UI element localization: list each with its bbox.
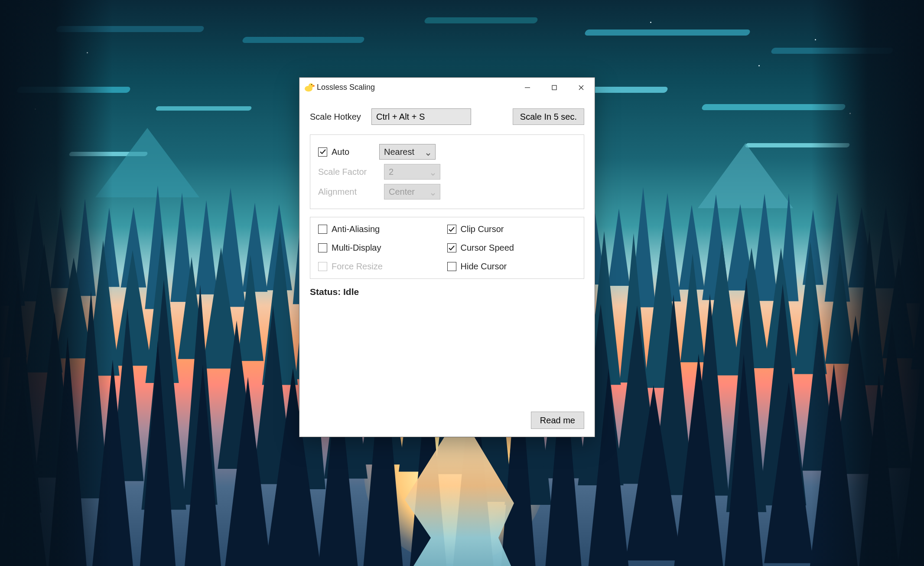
hide-cursor-checkbox[interactable] (447, 262, 456, 271)
vignette-left (0, 0, 113, 566)
hide-cursor-label: Hide Cursor (461, 262, 507, 272)
desktop-wallpaper: Lossless Scaling Scale Hotkey Scale In 5… (0, 0, 924, 566)
multi-display-label: Multi-Display (332, 243, 381, 253)
scale-hotkey-input[interactable] (371, 108, 471, 125)
scale-factor-select: 2 (384, 164, 440, 180)
scale-factor-label: Scale Factor (318, 167, 384, 177)
cloud-streak (155, 106, 252, 111)
readme-button[interactable]: Read me (531, 412, 584, 429)
window-controls (514, 78, 595, 97)
alignment-select: Center (384, 184, 440, 200)
scaling-panel: Auto Nearest Scale Factor 2 Alignment (310, 134, 584, 209)
scale-in-button[interactable]: Scale In 5 sec. (513, 108, 584, 125)
svg-rect-1 (552, 85, 556, 90)
clip-cursor-checkbox[interactable] (447, 225, 456, 234)
maximize-button[interactable] (541, 78, 568, 97)
cursor-speed-checkbox[interactable] (447, 243, 456, 252)
multi-display-checkbox[interactable] (318, 243, 327, 252)
chevron-down-icon (430, 169, 436, 174)
close-button[interactable] (568, 78, 595, 97)
titlebar[interactable]: Lossless Scaling (299, 78, 595, 97)
minimize-button[interactable] (514, 78, 541, 97)
cloud-streak (424, 17, 539, 23)
options-panel: Anti-Aliasing Clip Cursor Multi-Display … (310, 217, 584, 279)
cloud-streak (584, 29, 751, 36)
force-resize-label: Force Resize (332, 262, 383, 272)
scale-hotkey-label: Scale Hotkey (310, 112, 365, 122)
auto-label: Auto (332, 147, 379, 157)
scaling-method-value: Nearest (384, 147, 414, 157)
anti-aliasing-label: Anti-Aliasing (332, 224, 380, 234)
cloud-streak (242, 37, 365, 43)
clip-cursor-label: Clip Cursor (461, 224, 504, 234)
app-window: Lossless Scaling Scale Hotkey Scale In 5… (299, 77, 595, 437)
window-title: Lossless Scaling (317, 83, 375, 92)
window-content: Scale Hotkey Scale In 5 sec. Auto Neares… (299, 97, 595, 437)
force-resize-checkbox (318, 262, 327, 271)
scaling-method-select[interactable]: Nearest (379, 144, 436, 160)
alignment-label: Alignment (318, 187, 384, 197)
alignment-value: Center (389, 187, 415, 197)
auto-checkbox[interactable] (318, 147, 327, 157)
vignette-right (811, 0, 924, 566)
chevron-down-icon (430, 189, 436, 194)
status-text: Status: Idle (310, 287, 584, 297)
scale-factor-value: 2 (389, 167, 394, 177)
cursor-speed-label: Cursor Speed (461, 243, 514, 253)
anti-aliasing-checkbox[interactable] (318, 225, 327, 234)
hotkey-row: Scale Hotkey Scale In 5 sec. (310, 108, 584, 125)
chevron-down-icon (426, 149, 431, 154)
app-icon-duck (304, 83, 313, 92)
